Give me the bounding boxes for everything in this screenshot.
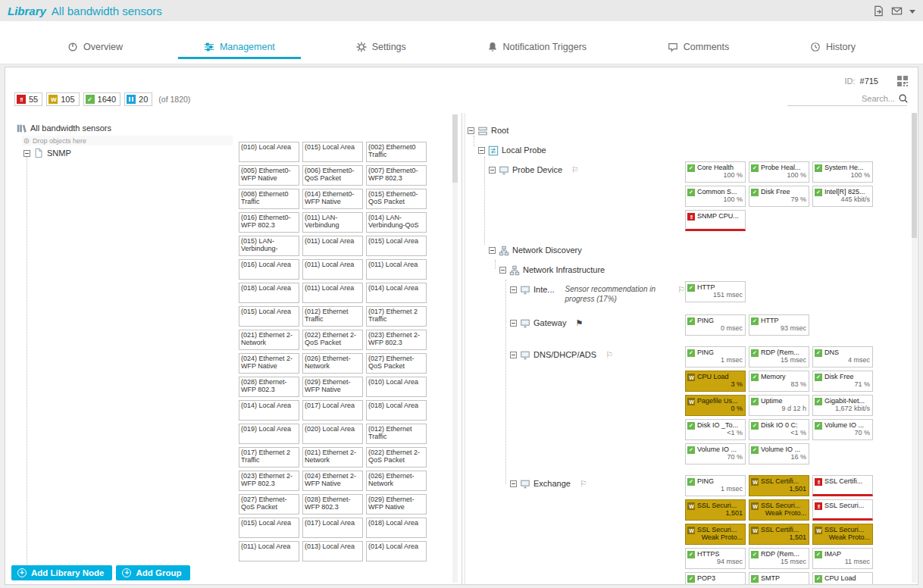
sensor-chip[interactable]: ✓Disk IO _To...<1 % (685, 419, 746, 440)
qr-code-icon[interactable] (896, 75, 909, 87)
sensor-tile[interactable]: (019) Local Area (239, 424, 299, 444)
sensor-tile[interactable]: (027) Ethernet-QoS Packet (366, 353, 427, 374)
sensor-tile[interactable]: (006) Ethernet0-QoS Packet (302, 165, 363, 186)
sensor-chip[interactable]: ✓HTTPS94 msec (685, 548, 746, 569)
library-scrollbar[interactable] (452, 114, 458, 583)
sensor-chip[interactable]: ✓Core Health100 % (685, 161, 746, 183)
sensor-tile[interactable]: (011) Local Area (366, 259, 427, 280)
tab-history[interactable]: History (784, 36, 881, 59)
status-badge-paused[interactable]: 20 (124, 92, 152, 106)
sensor-chip[interactable]: ✓POP3 (685, 572, 746, 584)
sensor-chip[interactable]: ✓Memory83 % (749, 371, 809, 392)
sensor-tile[interactable]: (029) Ethernet-WFP Native (366, 494, 427, 514)
sensor-tile[interactable]: (014) Local Area (366, 283, 427, 303)
sensor-chip[interactable]: ✓IMAP11 msec (812, 548, 873, 569)
add-group-button[interactable]: + Add Group (116, 565, 189, 580)
sensor-tile[interactable]: (018) Local Area (366, 518, 427, 538)
sensor-chip[interactable]: ✓HTTP151 msec (685, 281, 746, 302)
expander-icon[interactable] (478, 147, 485, 154)
sensor-tile[interactable]: (014) LAN-Verbindung-QoS (366, 212, 427, 233)
search-input[interactable] (787, 94, 895, 103)
sensor-chip[interactable]: WSSL Securi...Weak Proto... (749, 499, 809, 521)
sensor-tile[interactable]: (026) Ethernet-Network (366, 471, 427, 491)
sensor-tile[interactable]: (027) Ethernet-QoS Packet (239, 494, 299, 514)
sensor-tile[interactable]: (011) Local Area (302, 283, 363, 303)
sensor-chip[interactable]: ✓CPU Load (812, 572, 873, 584)
sensor-tile[interactable]: (010) Local Area (366, 377, 427, 397)
sensor-chip[interactable]: !!SSL Certifi... (812, 475, 873, 496)
sensor-tile[interactable]: (022) Ethernet 2-QoS Packet (366, 447, 427, 468)
sensor-chip[interactable]: !!SSL Securi... (812, 499, 873, 521)
sensor-tile[interactable]: (011) Local Area (302, 259, 363, 280)
sensor-tile[interactable]: (011) Local Area (302, 236, 363, 256)
sensor-tile[interactable]: (024) Ethernet 2-WFP Native (302, 471, 363, 491)
tab-management[interactable]: Management (178, 36, 301, 59)
tab-settings[interactable]: Settings (330, 36, 432, 59)
sensor-chip[interactable]: !!SNMP CPU... (685, 210, 746, 231)
sensor-tile[interactable]: (015) Local Area (302, 142, 363, 162)
sensor-chip[interactable]: ✓Intel[R] 825...445 kbit/s (812, 186, 873, 207)
sensor-tile[interactable]: (026) Ethernet-Network (302, 353, 363, 374)
sensor-tile[interactable]: (014) Local Area (366, 541, 427, 561)
sensor-tile[interactable]: (016) Ethernet0-WFP 802.3 (239, 212, 299, 233)
sensor-tile[interactable]: (028) Ethernet-WFP 802.3 (302, 494, 363, 514)
sensor-tile[interactable]: (017) Ethernet 2 Traffic (239, 447, 299, 468)
status-badge-warning[interactable]: W 105 (46, 92, 79, 106)
sensor-tile[interactable]: (023) Ethernet 2-WFP 802.3 (239, 471, 299, 491)
sensor-tile[interactable]: (017) Local Area (302, 400, 363, 421)
sensor-tile[interactable]: (011) Local Area (239, 541, 299, 561)
tree-node-label[interactable]: Network Infrastructure (523, 265, 605, 274)
sensor-chip[interactable]: WSSL Securi...Weak Proto... (685, 524, 746, 545)
sensor-tile[interactable]: (016) Local Area (239, 259, 299, 280)
expander-icon[interactable] (510, 320, 517, 327)
sensor-tile[interactable]: (015) LAN-Verbindung- (239, 236, 299, 256)
sensor-tile[interactable]: (012) Ethernet Traffic (366, 424, 427, 444)
sensor-chip[interactable]: ✓Uptime9 d 12 h (749, 395, 809, 416)
sensor-chip[interactable]: ✓RDP (Rem...15 msec (749, 346, 809, 368)
caret-down-icon[interactable] (909, 10, 915, 14)
tree-node-label[interactable]: Inte... (533, 285, 555, 294)
sensor-chip[interactable]: ✓DNS4 msec (812, 346, 873, 368)
sensor-tile[interactable]: (012) Ethernet Traffic (302, 306, 363, 327)
tab-comments[interactable]: Comments (642, 36, 755, 59)
sensor-chip[interactable]: ✓PING1 msec (685, 346, 746, 368)
drop-target[interactable]: Drop objects here (22, 136, 233, 145)
tree-node-label[interactable]: Root (491, 126, 508, 135)
sensor-chip[interactable]: ✓Disk Free71 % (812, 371, 873, 392)
sensor-tile[interactable]: (008) Ethernet0 Traffic (239, 189, 299, 209)
page-scrollbar[interactable] (912, 113, 917, 583)
sensor-tile[interactable]: (011) LAN-Verbindung (302, 212, 363, 233)
sensor-tile[interactable]: (017) Ethernet 2 Traffic (366, 306, 427, 327)
sensor-chip[interactable]: ✓Volume IO ...70 % (685, 443, 746, 464)
tree-node-label[interactable]: Local Probe (502, 145, 546, 155)
expander-icon[interactable] (510, 480, 517, 487)
expander-icon[interactable] (489, 167, 496, 174)
expander-icon[interactable] (23, 150, 30, 157)
sensor-chip[interactable]: WCPU Load3 % (685, 371, 746, 392)
expander-icon[interactable] (468, 127, 474, 134)
sensor-tile[interactable]: (024) Ethernet 2-WFP Native (239, 353, 299, 374)
sensor-tile[interactable]: (010) Local Area (239, 142, 299, 162)
sensor-chip[interactable]: ✓Volume IO ...70 % (812, 419, 873, 440)
sensor-tile[interactable]: (015) Ethernet0-QoS Packet (366, 189, 427, 209)
status-badge-error[interactable]: !! 55 (14, 92, 42, 106)
expander-icon[interactable] (510, 352, 517, 358)
tree-node-label[interactable]: Network Discovery (512, 246, 582, 255)
tab-notification-triggers[interactable]: Notification Triggers (462, 36, 612, 59)
sensor-tile[interactable]: (029) Ethernet-WFP Native (302, 377, 363, 397)
sensor-tile[interactable]: (002) Ethernet0 Traffic (366, 142, 427, 162)
status-badge-ok[interactable]: ✓ 1640 (83, 92, 120, 106)
sensor-tile[interactable]: (021) Ethernet 2-Network (302, 447, 363, 468)
sensor-tile[interactable]: (005) Ethernet0-WFP Native (239, 165, 299, 186)
sensor-chip[interactable]: ✓HTTP93 msec (749, 314, 809, 336)
search-icon[interactable] (898, 93, 909, 104)
sensor-tile[interactable]: (015) Local Area (366, 236, 427, 256)
tab-overview[interactable]: Overview (42, 36, 149, 59)
sensor-chip[interactable]: ✓Disk Free79 % (749, 186, 809, 207)
library-root-node[interactable]: All bandwidth sensors (14, 113, 458, 135)
sensor-tile[interactable]: (021) Ethernet 2-Network (239, 330, 299, 350)
sensor-tile[interactable]: (014) Local Area (239, 400, 299, 421)
tree-node-label[interactable]: DNS/DHCP/ADS (533, 350, 596, 359)
sensor-tile[interactable]: (014) Ethernet0-WFP Native (302, 189, 363, 209)
export-icon[interactable] (873, 5, 884, 17)
